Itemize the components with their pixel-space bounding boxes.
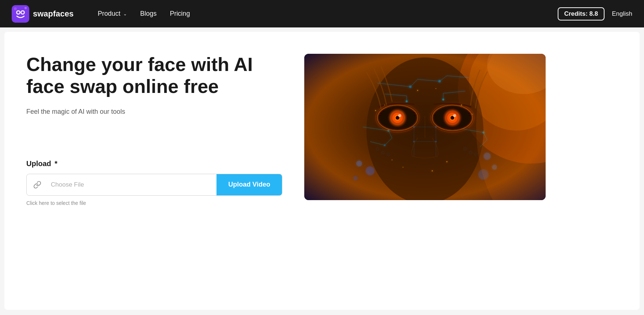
- hero-image: [304, 54, 546, 200]
- logo-text: swapfaces: [33, 9, 74, 19]
- chevron-down-icon: ⌄: [123, 11, 127, 16]
- nav-item-blogs[interactable]: Blogs: [133, 7, 163, 20]
- svg-point-78: [366, 166, 374, 175]
- svg-point-92: [432, 170, 433, 172]
- hero-subtitle: Feel the magic of AI with our tools: [26, 108, 282, 116]
- svg-point-22: [406, 101, 408, 102]
- svg-point-4: [22, 11, 24, 14]
- svg-point-87: [461, 105, 462, 106]
- right-panel: [304, 54, 546, 200]
- main-content: Change your face with AI face swap onlin…: [4, 32, 640, 310]
- svg-point-3: [17, 11, 19, 14]
- upload-label: Upload *: [26, 160, 282, 168]
- svg-point-91: [403, 167, 403, 168]
- svg-point-5: [14, 7, 17, 10]
- svg-point-84: [384, 105, 385, 105]
- svg-point-16: [409, 86, 411, 88]
- left-panel: Change your face with AI face swap onlin…: [26, 54, 282, 206]
- click-hint: Click here to select the file: [26, 200, 282, 206]
- link-icon: [27, 181, 48, 189]
- svg-point-6: [25, 7, 27, 9]
- svg-point-17: [438, 80, 441, 82]
- svg-point-79: [353, 176, 358, 180]
- required-marker: *: [54, 160, 57, 168]
- svg-point-29: [384, 145, 385, 146]
- svg-point-23: [442, 99, 444, 101]
- svg-point-88: [472, 114, 473, 115]
- svg-point-47: [435, 141, 437, 142]
- nav-right: Credits: 8.8 English: [558, 7, 632, 20]
- svg-point-85: [417, 90, 418, 91]
- language-selector[interactable]: English: [612, 10, 632, 18]
- upload-video-button[interactable]: Upload Video: [216, 174, 282, 195]
- svg-point-90: [447, 161, 448, 162]
- svg-point-89: [392, 160, 392, 160]
- choose-file-text: Choose File: [48, 181, 216, 188]
- svg-line-59: [414, 115, 417, 115]
- upload-input-row[interactable]: Choose File Upload Video: [26, 174, 282, 196]
- hero-title: Change your face with AI face swap onlin…: [26, 54, 282, 98]
- logo-icon: [12, 5, 29, 23]
- svg-point-83: [375, 110, 376, 111]
- nav-links: Product ⌄ Blogs Pricing: [91, 7, 546, 20]
- svg-line-71: [433, 115, 436, 115]
- credits-badge[interactable]: Credits: 8.8: [558, 7, 605, 20]
- svg-point-77: [356, 161, 362, 166]
- navbar: swapfaces Product ⌄ Blogs Pricing Credit…: [0, 0, 644, 27]
- logo-link[interactable]: swapfaces: [12, 5, 74, 23]
- svg-line-73: [468, 113, 470, 113]
- svg-point-70: [453, 114, 456, 117]
- svg-point-55: [398, 114, 401, 117]
- svg-point-86: [436, 88, 436, 89]
- nav-item-product[interactable]: Product ⌄: [91, 7, 133, 20]
- nav-item-pricing[interactable]: Pricing: [163, 7, 196, 20]
- svg-line-57: [380, 113, 382, 113]
- svg-point-46: [413, 141, 415, 142]
- hero-image-svg: [304, 54, 546, 200]
